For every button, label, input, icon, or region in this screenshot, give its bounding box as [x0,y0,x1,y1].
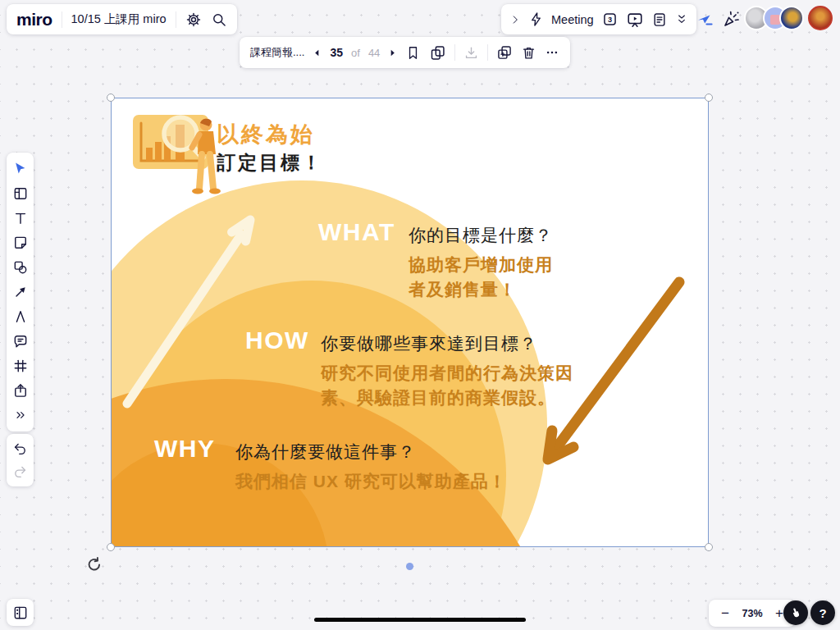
board-title[interactable]: 10/15 上課用 miro [71,11,167,27]
hand-pointer-button[interactable] [783,600,808,625]
shapes-icon[interactable] [7,255,34,280]
comment-icon[interactable] [7,329,34,354]
answer-line: 我們相信 UX 研究可以幫助產品！ [235,469,507,494]
text-icon[interactable] [7,206,34,231]
section-why-label: WHY [154,435,216,463]
resize-handle-bottom-right[interactable] [705,543,713,551]
section-how-label: HOW [245,326,309,354]
section-what-question: 你的目標是什麼？ [409,224,553,247]
templates-icon[interactable] [7,181,34,206]
slide-frame[interactable]: 以終為始 訂定目標！ WHAT 你的目標是什麼？ 協助客戶增加使用 者及銷售量！… [112,98,708,546]
doc-title[interactable]: 課程簡報.... [250,45,304,60]
section-why-answer: 我們相信 UX 研究可以幫助產品！ [235,469,507,494]
select-cursor-icon[interactable] [7,157,34,181]
prev-page-icon[interactable] [313,48,322,57]
notes-icon[interactable] [651,11,668,28]
upload-icon[interactable] [7,378,34,403]
search-icon[interactable] [211,11,227,28]
app-header-left: miro 10/15 上課用 miro [7,4,237,34]
frame-icon[interactable] [7,354,34,378]
resize-handle-top-right[interactable] [705,94,713,102]
section-how-answer: 研究不同使用者間的行為決策因 素、與驗證目前的商業假設。 [321,361,573,410]
meeting-toolbar: Meeting 3 [501,4,696,34]
avatar[interactable] [808,6,833,30]
hand-pointer-icon [789,606,802,619]
zoom-level[interactable]: 73% [738,608,766,619]
resize-handle-bottom-left[interactable] [107,543,115,551]
undo-icon[interactable] [7,437,34,460]
more-icon[interactable] [545,45,559,60]
timer-3-icon[interactable]: 3 [601,11,619,28]
answer-line: 者及銷售量！ [409,277,553,302]
meeting-label[interactable]: Meeting [551,13,594,26]
home-indicator [314,618,526,622]
presentation-toolbar: 課程簡報.... 35 of 44 [240,37,570,68]
frame-page-indicator-dot[interactable] [406,563,413,570]
download-icon[interactable] [463,45,479,61]
slide-title: 以終為始 [217,120,315,149]
avatar[interactable] [779,6,804,30]
section-what-label: WHAT [318,218,395,246]
of-label: of [351,47,360,59]
present-icon[interactable] [626,11,644,29]
more-tools-icon[interactable] [7,403,34,427]
frames-panel-icon [12,605,29,621]
zoom-out-button[interactable]: − [715,604,735,623]
connector-arrow-icon[interactable] [7,280,34,304]
laser-pointer-icon[interactable] [694,9,715,30]
answer-line: 素、與驗證目前的商業假設。 [321,386,573,410]
divider [62,11,62,28]
total-pages: 44 [368,47,380,59]
current-page: 35 [330,46,343,59]
miro-logo[interactable]: miro [16,10,52,30]
slide-content: 以終為始 訂定目標！ WHAT 你的目標是什麼？ 協助客戶增加使用 者及銷售量！… [112,98,708,546]
chart-magnifier-illustration [121,107,221,195]
svg-text:3: 3 [608,16,612,24]
double-chevron-down-icon[interactable] [675,13,688,26]
frames-panel-button[interactable] [7,599,34,626]
divider [176,11,176,28]
pen-icon[interactable] [7,304,34,329]
section-what-answer: 協助客戶增加使用 者及銷售量！ [409,253,553,302]
slide-subtitle: 訂定目標！ [217,150,323,176]
lightning-icon[interactable] [528,11,544,27]
answer-line: 研究不同使用者間的行為決策因 [321,361,573,386]
divider [487,44,488,61]
answer-line: 協助客戶增加使用 [409,253,553,277]
resize-handle-top-left[interactable] [107,94,115,102]
trash-icon[interactable] [521,45,536,61]
divider [454,44,455,61]
rotate-handle-icon[interactable] [86,557,102,573]
section-why-question: 你為什麼要做這件事？ [235,441,416,463]
chevron-right-icon[interactable] [509,14,521,25]
miro-canvas[interactable]: 以終為始 訂定目標！ WHAT 你的目標是什麼？ 協助客戶增加使用 者及銷售量！… [0,0,840,630]
pages-stack-icon[interactable] [429,44,446,62]
gear-icon[interactable] [185,11,202,28]
duplicate-icon[interactable] [496,44,513,61]
redo-icon[interactable] [7,460,34,483]
confetti-icon[interactable] [720,7,743,30]
next-page-icon[interactable] [388,48,397,57]
creation-toolbar [7,153,34,431]
up-right-cream-arrow [127,220,250,404]
section-how-question: 你要做哪些事來達到目標？ [321,332,537,355]
help-button[interactable]: ? [810,600,835,625]
sticky-note-icon[interactable] [7,231,34,255]
help-icon: ? [819,606,826,620]
bookmark-icon[interactable] [405,45,421,61]
undo-redo-toolbar [7,434,34,486]
